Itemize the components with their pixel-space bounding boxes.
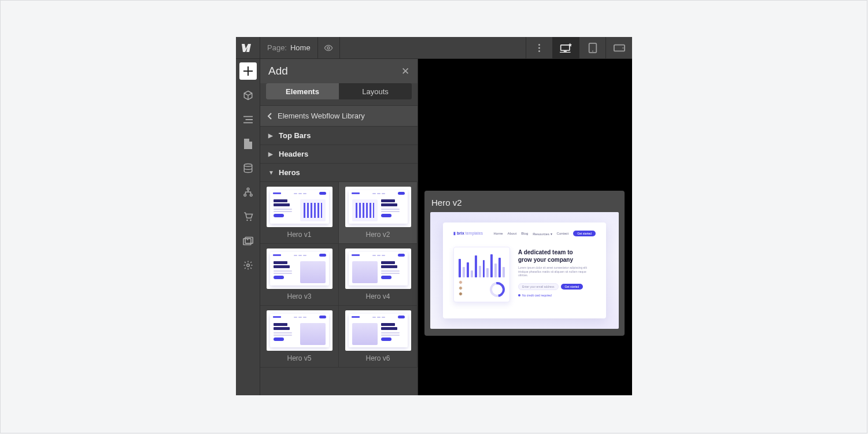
svg-point-11 <box>244 164 252 167</box>
webflow-logo[interactable] <box>236 37 260 59</box>
flyout-title: Hero v2 <box>431 198 619 207</box>
hero-thumb-v1[interactable]: Hero v1 <box>260 182 339 244</box>
rail-users[interactable] <box>239 184 257 201</box>
thumb-label: Hero v2 <box>365 231 390 239</box>
chevron-left-icon <box>267 113 272 120</box>
brand-word-b: templates <box>466 231 483 235</box>
breakpoint-desktop-base[interactable] <box>552 37 579 59</box>
category-top-bars[interactable]: ▶ Top Bars <box>260 127 418 145</box>
rail-symbols[interactable] <box>239 87 257 104</box>
tablet-icon <box>588 43 597 53</box>
category-headers[interactable]: ▶ Headers <box>260 145 418 164</box>
hero-thumb-v5[interactable]: Hero v5 <box>260 306 339 368</box>
nav-link: Home <box>494 232 503 235</box>
hero-thumb-v3[interactable]: Hero v3 <box>260 244 339 306</box>
thumb-label: Hero v6 <box>365 354 390 362</box>
svg-rect-18 <box>245 237 253 243</box>
category-label: Top Bars <box>279 131 311 140</box>
page-name: Home <box>290 43 311 52</box>
hero-preview-flyout: Hero v2 ▮ brix templates Home About Blog… <box>424 191 625 336</box>
tab-layouts[interactable]: Layouts <box>339 83 412 99</box>
sitemap-icon <box>243 187 253 198</box>
brand-word-a: brix <box>457 231 464 235</box>
cart-icon <box>243 212 253 222</box>
preview-brand: ▮ brix templates <box>453 231 483 236</box>
library-breadcrumb[interactable]: Elements Webflow Library <box>260 105 418 127</box>
thumb-label: Hero v4 <box>365 292 390 301</box>
top-toolbar: Page: Home <box>236 37 632 59</box>
thumbnail-preview <box>267 187 333 227</box>
caret-right-icon: ▶ <box>268 151 273 157</box>
svg-rect-5 <box>563 51 566 52</box>
caret-right-icon: ▶ <box>268 132 273 139</box>
check-dot-icon <box>518 294 520 296</box>
rail-assets[interactable] <box>239 232 257 250</box>
preview-footnote: No credit card required <box>518 294 596 297</box>
navigator-icon <box>243 116 253 124</box>
breakpoint-mobile-landscape[interactable] <box>605 37 632 59</box>
page-icon <box>244 139 252 149</box>
svg-rect-6 <box>560 51 571 52</box>
hero-thumb-v4[interactable]: Hero v4 <box>339 244 418 306</box>
preview-headline-1: A dedicated team to <box>518 249 573 255</box>
rail-pages[interactable] <box>239 135 257 153</box>
thumb-label: Hero v5 <box>287 354 311 362</box>
preview-subscribe-button: Get started <box>561 284 583 290</box>
caret-down-icon: ▼ <box>268 169 273 176</box>
images-icon <box>243 236 253 246</box>
close-panel[interactable]: ✕ <box>401 65 409 77</box>
left-rail <box>236 59 260 395</box>
category-heros[interactable]: ▼ Heros <box>260 164 418 182</box>
preview-footnote-text: No credit card required <box>522 294 552 297</box>
thumbnail-preview <box>267 310 333 351</box>
thumbnail-preview <box>345 248 411 289</box>
more-menu[interactable] <box>526 37 552 59</box>
close-icon: ✕ <box>401 66 409 77</box>
rail-add[interactable] <box>239 62 257 80</box>
hero-thumb-v6[interactable]: Hero v6 <box>339 306 418 368</box>
nav-link: About <box>508 232 517 235</box>
page-selector[interactable]: Page: Home <box>260 37 318 58</box>
desktop-star-icon <box>560 43 572 53</box>
preview-button[interactable] <box>318 37 340 59</box>
eye-icon <box>324 43 333 53</box>
dots-vertical-icon <box>538 44 540 52</box>
svg-point-1 <box>538 44 540 46</box>
breakpoint-tablet[interactable] <box>579 37 605 59</box>
svg-point-13 <box>243 194 246 196</box>
webflow-designer-window: Page: Home <box>236 37 632 395</box>
heros-grid: Hero v1 Hero v2 Hero v3 <box>260 182 418 368</box>
add-panel: Add ✕ Elements Layouts Elements Webflow … <box>260 59 418 395</box>
svg-point-3 <box>538 50 540 52</box>
nav-link: Blog <box>521 232 528 235</box>
category-label: Headers <box>279 150 308 158</box>
breadcrumb-label: Elements Webflow Library <box>278 112 365 120</box>
thumbnail-preview <box>267 248 333 289</box>
rail-navigator[interactable] <box>239 111 257 128</box>
svg-point-8 <box>592 50 593 51</box>
hero-thumb-v2[interactable]: Hero v2 <box>339 182 418 244</box>
nav-cta: Get started <box>573 231 596 236</box>
svg-point-0 <box>327 47 330 49</box>
svg-point-14 <box>250 194 252 196</box>
rail-cms[interactable] <box>239 159 257 177</box>
rail-settings[interactable] <box>239 257 257 274</box>
svg-point-19 <box>247 239 248 240</box>
svg-point-20 <box>246 264 249 267</box>
preview-email-input: Enter your email address <box>518 283 559 290</box>
preview-subcopy: Lorem ipsum dolor sit amet consectetur a… <box>518 266 593 277</box>
add-tabs: Elements Layouts <box>266 83 412 99</box>
tab-elements[interactable]: Elements <box>266 83 339 99</box>
gear-icon <box>243 260 253 270</box>
nav-link: Contact <box>557 232 569 235</box>
database-icon <box>243 163 253 173</box>
svg-point-15 <box>246 220 248 221</box>
preview-nav-links: Home About Blog Resources ▾ Contact Get … <box>494 231 596 236</box>
plus-icon <box>243 66 253 76</box>
thumb-label: Hero v1 <box>287 231 311 239</box>
mobile-landscape-icon <box>614 44 625 52</box>
cube-icon <box>243 90 253 101</box>
rail-ecommerce[interactable] <box>239 208 257 225</box>
page-label: Page: <box>267 43 287 52</box>
thumbnail-preview <box>345 187 411 227</box>
